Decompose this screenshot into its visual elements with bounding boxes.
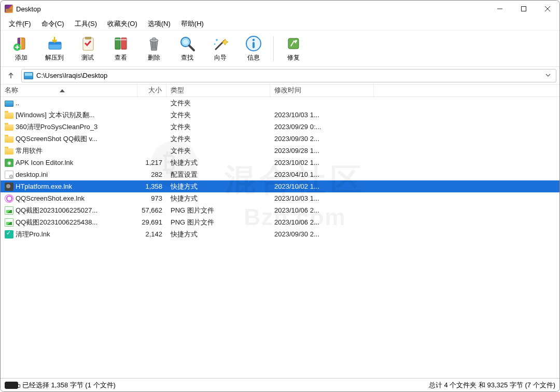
file-list[interactable]: 混合社区 Bzh.com ..文件夹[Windows] 文本识别及翻...文件夹… [1, 97, 559, 378]
file-row[interactable]: QQScreenShot.exe.lnk973快捷方式2023/10/03 1.… [1, 192, 559, 204]
svg-point-27 [253, 39, 255, 41]
toolbar-extract-button[interactable]: 解压到 [38, 33, 71, 65]
toolbar: 添加 解压到 测试 查看 [1, 31, 559, 67]
file-name: QQScreenShot QQ截图 v... [16, 134, 97, 144]
file-type: 快捷方式 [166, 182, 270, 191]
menu-commands[interactable]: 命令(C) [36, 18, 69, 30]
menu-favorites[interactable]: 收藏夹(O) [102, 18, 143, 30]
file-size: 2,142 [137, 230, 166, 238]
toolbar-test-label: 测试 [81, 53, 94, 62]
drive-icon [24, 72, 33, 79]
file-date: 2023/04/10 1... [270, 171, 374, 178]
column-name[interactable]: 名称 [1, 85, 137, 96]
file-date: 2023/09/28 1... [270, 147, 374, 155]
titlebar: Desktop [1, 1, 559, 17]
up-arrow-icon [7, 72, 15, 80]
toolbar-add-button[interactable]: 添加 [5, 33, 38, 65]
info-icon [245, 35, 262, 52]
file-name-cell: 清理Pro.lnk [1, 230, 137, 239]
file-row[interactable]: QQ截图20231006225027...57,662PNG 图片文件2023/… [1, 204, 559, 216]
file-date: 2023/10/03 1... [270, 194, 374, 202]
svg-rect-29 [288, 38, 299, 49]
clean-icon [5, 230, 13, 239]
folder-icon [5, 113, 13, 119]
file-type: 配置设置 [166, 170, 270, 179]
file-date: 2023/10/06 2... [270, 206, 374, 214]
archive-add-icon [12, 35, 30, 52]
folder-icon [5, 124, 13, 131]
chevron-down-icon[interactable] [542, 72, 554, 79]
file-type: 快捷方式 [166, 230, 270, 239]
file-row[interactable]: HTplatform.exe.lnk1,358快捷方式2023/10/02 1.… [1, 180, 559, 192]
file-row[interactable]: QQScreenShot QQ截图 v...文件夹2023/09/30 2... [1, 133, 559, 145]
file-name-cell: HTplatform.exe.lnk [1, 183, 137, 191]
column-name-label: 名称 [5, 86, 18, 95]
minimize-button[interactable] [488, 1, 512, 17]
folder-icon [5, 148, 13, 155]
close-button[interactable] [536, 1, 559, 17]
file-name: .. [16, 99, 19, 107]
file-name-cell: APK Icon Editor.lnk [1, 159, 137, 167]
svg-rect-28 [253, 42, 255, 48]
menu-help[interactable]: 帮助(H) [176, 18, 209, 30]
file-type: PNG 图片文件 [166, 206, 270, 215]
path-field[interactable]: C:\Users\Iraqis\Desktop [21, 69, 556, 82]
file-name-cell: .. [1, 99, 137, 107]
file-size: 282 [137, 171, 166, 178]
toolbar-repair-button[interactable]: 修复 [277, 33, 310, 65]
toolbar-wizard-button[interactable]: 向导 [204, 33, 237, 65]
toolbar-repair-label: 修复 [287, 53, 300, 62]
toolbar-info-button[interactable]: 信息 [237, 33, 270, 65]
file-date: 2023/10/02 1... [270, 183, 374, 190]
column-date[interactable]: 修改时间 [270, 85, 374, 96]
file-size: 29,691 [137, 218, 166, 226]
file-type: 文件夹 [166, 110, 270, 120]
path-text: C:\Users\Iraqis\Desktop [36, 72, 539, 79]
folder-icon [5, 136, 13, 143]
file-date: 2023/09/30 2... [270, 230, 374, 238]
file-name: QQ截图20231006225438... [16, 218, 97, 227]
toolbar-delete-button[interactable]: 删除 [137, 33, 171, 65]
file-row[interactable]: [Windows] 文本识别及翻...文件夹2023/10/03 1... [1, 109, 559, 121]
file-name: HTplatform.exe.lnk [16, 183, 72, 190]
menu-file[interactable]: 文件(F) [4, 18, 36, 30]
statusbar-icon [5, 382, 18, 389]
pathbar: C:\Users\Iraqis\Desktop [1, 67, 559, 85]
qq-icon [5, 194, 13, 203]
toolbar-test-button[interactable]: 测试 [71, 33, 104, 65]
maximize-button[interactable] [512, 1, 536, 17]
file-name: desktop.ini [16, 171, 48, 178]
file-type: 快捷方式 [166, 194, 270, 203]
file-row[interactable]: 360清理ProSysCleanPro_3文件夹2023/09/29 0:... [1, 121, 559, 133]
svg-point-30 [295, 40, 297, 42]
file-name: 360清理ProSysCleanPro_3 [16, 122, 97, 132]
drive-icon [5, 101, 13, 107]
up-button[interactable] [4, 69, 18, 82]
column-type[interactable]: 类型 [166, 85, 270, 96]
file-date: 2023/09/30 2... [270, 135, 374, 143]
test-icon [79, 35, 96, 52]
file-size: 1,358 [137, 183, 166, 190]
svg-rect-1 [522, 7, 526, 11]
file-row[interactable]: QQ截图20231006225438...29,691PNG 图片文件2023/… [1, 216, 559, 228]
file-name-cell: [Windows] 文本识别及翻... [1, 110, 137, 120]
toolbar-view-button[interactable]: 查看 [104, 33, 137, 65]
png-icon [5, 218, 13, 227]
file-date: 2023/09/29 0:... [270, 123, 374, 131]
file-row[interactable]: APK Icon Editor.lnk1,217快捷方式2023/10/02 1… [1, 157, 559, 169]
file-type: PNG 图片文件 [166, 218, 270, 227]
menu-options[interactable]: 选项(N) [143, 18, 176, 30]
file-row[interactable]: 清理Pro.lnk2,142快捷方式2023/09/30 2... [1, 228, 559, 240]
menu-tools[interactable]: 工具(S) [69, 18, 102, 30]
file-name-cell: desktop.ini [1, 171, 137, 179]
file-row[interactable]: 常用软件文件夹2023/09/28 1... [1, 145, 559, 157]
file-row[interactable]: desktop.ini282配置设置2023/04/10 1... [1, 169, 559, 180]
toolbar-info-label: 信息 [247, 53, 260, 62]
toolbar-find-button[interactable]: 查找 [171, 33, 204, 65]
file-date: 2023/10/03 1... [270, 111, 374, 119]
svg-point-25 [214, 44, 216, 45]
file-row[interactable]: ..文件夹 [1, 97, 559, 109]
apk-icon [5, 159, 13, 167]
column-size[interactable]: 大小 [137, 85, 166, 96]
file-type: 文件夹 [166, 134, 270, 144]
